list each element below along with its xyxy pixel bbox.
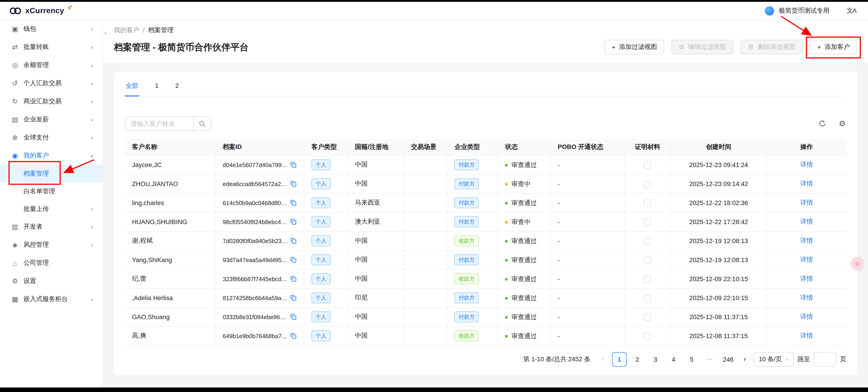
customer-name: Jaycee,JC	[132, 161, 162, 168]
customer-name: GAO,Shuang	[132, 313, 170, 320]
tab[interactable]: 全部	[125, 78, 139, 96]
detail-link[interactable]: 详情	[800, 332, 813, 339]
sidebar-item[interactable]: ▤ 企业发薪 ∨	[0, 110, 103, 129]
page-size-select[interactable]: 10 条/页 ∨	[754, 352, 794, 366]
sidebar-item[interactable]: ◎ 余额管理 ∨	[0, 56, 103, 74]
breadcrumb-item-customers[interactable]: 我的客户	[114, 26, 139, 34]
detail-link[interactable]: 详情	[800, 237, 813, 244]
next-page-icon[interactable]: ›	[739, 352, 750, 366]
detail-link[interactable]: 详情	[800, 275, 813, 282]
page-number[interactable]: •••	[703, 352, 717, 366]
sidebar-item[interactable]: 白名单管理	[0, 183, 103, 200]
edit-filter-view-button[interactable]: ⚙ 编辑过滤视图	[672, 40, 733, 54]
my-customers-icon: ◉	[11, 152, 19, 160]
status-badge: 审查通过	[505, 256, 537, 264]
page-number[interactable]: 246	[721, 352, 736, 366]
business-remittance-icon: ↻	[11, 97, 19, 106]
table-row: Yang,ShiKang 93d7a47eaa5a49d4957b1...	[125, 250, 846, 269]
evidence-checkbox[interactable]	[644, 180, 651, 188]
page-number[interactable]: 2	[630, 352, 645, 366]
copy-icon[interactable]	[290, 219, 297, 225]
sidebar-item[interactable]: ▣ 钱包 ∨	[0, 20, 103, 38]
detail-link[interactable]: 详情	[800, 180, 813, 187]
detail-link[interactable]: 详情	[800, 313, 813, 320]
detail-link[interactable]: 详情	[800, 161, 813, 168]
page-number[interactable]: 4	[666, 352, 681, 366]
copy-icon[interactable]	[290, 162, 297, 168]
user-avatar[interactable]	[764, 6, 774, 16]
customer-name: ZHOU,JIANTAO	[132, 180, 178, 188]
column-settings-icon[interactable]: ⚙	[838, 119, 846, 128]
copy-icon[interactable]	[290, 314, 297, 320]
embedded-service-icon: ▦	[11, 295, 19, 303]
profile-id: 7d0280f0f0a940e5b23c7...	[223, 237, 287, 244]
copy-icon[interactable]	[290, 333, 297, 339]
search-input[interactable]	[125, 116, 193, 131]
delete-filter-view-button[interactable]: 删除筛选视图	[741, 40, 803, 54]
sidebar-item[interactable]: ↺ 个人汇款交易 ∨	[0, 74, 103, 92]
copy-icon[interactable]	[290, 295, 297, 301]
sidebar-item-label: 嵌入式服务柜台	[24, 295, 90, 303]
search-button[interactable]	[193, 116, 212, 131]
evidence-checkbox[interactable]	[644, 218, 651, 226]
customer-service-button[interactable]: ☺	[851, 257, 864, 269]
sidebar-item[interactable]: ⊕ 全球支付 ∨	[0, 129, 103, 147]
evidence-checkbox[interactable]	[644, 199, 651, 207]
status-dot-icon	[505, 164, 508, 166]
evidence-checkbox[interactable]	[644, 295, 651, 302]
copy-icon[interactable]	[290, 237, 297, 244]
sidebar-collapse-icon[interactable]: ‹	[104, 29, 107, 37]
global-payment-icon: ⊕	[11, 134, 19, 142]
page-number[interactable]: 1	[612, 352, 627, 366]
customer-type-tag: 个人	[311, 235, 331, 246]
evidence-checkbox[interactable]	[644, 313, 651, 321]
copy-icon[interactable]	[290, 276, 297, 282]
user-name[interactable]: 极简货币测试专用	[779, 6, 829, 15]
sidebar-item[interactable]: ⇄ 批量转账 ∨	[0, 38, 103, 56]
detail-link[interactable]: 详情	[800, 199, 813, 206]
table-row: 纪,蕾 323f866b87f7445ebcd52...	[125, 269, 846, 288]
sidebar-item[interactable]: ⚙ 设置	[0, 272, 103, 290]
table-row: ,Adelia Herlisa 81274258bc6b44a59a91...	[125, 288, 846, 307]
status-badge: 审查通过	[505, 161, 537, 169]
page-number[interactable]: 3	[648, 352, 663, 366]
customer-name: 高,爽	[132, 332, 147, 339]
gear-icon: ⚙	[679, 44, 684, 50]
add-customer-button[interactable]: + 添加客户	[810, 40, 857, 54]
copy-icon[interactable]	[290, 180, 297, 187]
copy-icon[interactable]	[290, 257, 297, 263]
evidence-checkbox[interactable]	[644, 275, 651, 283]
detail-link[interactable]: 详情	[800, 218, 813, 225]
prev-page-icon[interactable]: ‹	[598, 352, 609, 366]
refresh-icon[interactable]	[818, 119, 827, 128]
translate-icon[interactable]: 文A	[846, 6, 856, 15]
status-badge: 审查中	[505, 180, 530, 188]
chevron-icon: ∨	[90, 63, 94, 67]
customer-name: Yang,ShiKang	[132, 256, 172, 263]
sidebar-item[interactable]: ⌂ 公司管理	[0, 254, 103, 272]
profile-id: 0332b8e31f094ebe9684...	[223, 313, 287, 320]
tab[interactable]: 1	[154, 78, 160, 96]
sidebar-item[interactable]: ↻ 商业汇款交易 ∨	[0, 92, 103, 110]
column-header: 企业类型	[447, 139, 498, 155]
sidebar-item[interactable]: 批量上传 ∨	[0, 200, 103, 218]
nationality: 中国	[355, 332, 368, 339]
add-filter-view-button[interactable]: + 添加过滤视图	[604, 40, 664, 54]
status-text: 审查通过	[512, 275, 537, 283]
sidebar-item[interactable]: ◉ 我的客户 ∧	[0, 147, 103, 165]
evidence-checkbox[interactable]	[644, 237, 651, 245]
pobo-status: -	[558, 180, 560, 188]
sidebar-item[interactable]: 档案管理	[0, 165, 103, 183]
sidebar-item[interactable]: ◈ 风控管理 ∨	[0, 236, 103, 254]
sidebar-item[interactable]: ▥ 开发者 ∨	[0, 218, 103, 236]
evidence-checkbox[interactable]	[644, 333, 651, 340]
sidebar-item[interactable]: ▦ 嵌入式服务柜台 ∨	[0, 290, 103, 308]
jump-page-input[interactable]	[814, 352, 836, 366]
detail-link[interactable]: 详情	[800, 294, 813, 301]
tab[interactable]: 2	[175, 78, 180, 96]
evidence-checkbox[interactable]	[644, 256, 651, 264]
copy-icon[interactable]	[290, 200, 297, 206]
detail-link[interactable]: 详情	[800, 256, 813, 263]
page-number[interactable]: 5	[684, 352, 699, 366]
evidence-checkbox[interactable]	[644, 161, 651, 169]
